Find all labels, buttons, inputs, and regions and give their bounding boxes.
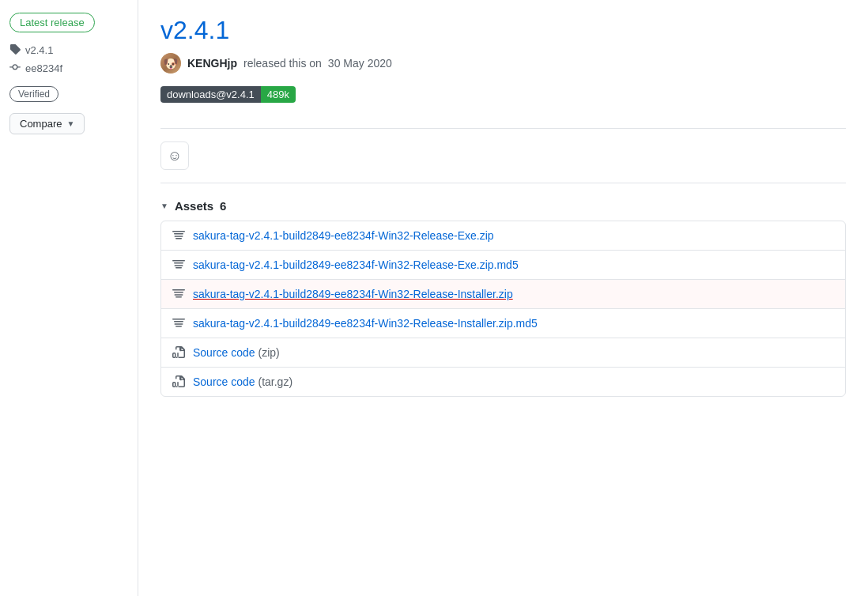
commit-value: ee8234f: [25, 62, 62, 74]
chevron-down-icon: ▼: [66, 119, 74, 128]
asset-item-highlighted: sakura-tag-v2.4.1-build2849-ee8234f-Win3…: [161, 280, 845, 309]
source-code-targz-link[interactable]: Source code (tar.gz): [193, 375, 292, 388]
assets-count: 6: [220, 199, 226, 213]
compare-button[interactable]: Compare ▼: [9, 113, 85, 134]
archive-icon: [172, 229, 185, 242]
divider-top: [160, 128, 846, 129]
assets-header[interactable]: ▼ Assets 6: [160, 199, 846, 213]
compare-label: Compare: [20, 118, 62, 130]
assets-section: ▼ Assets 6 sakura-tag-v2.4.1-build2849-e…: [160, 199, 846, 397]
archive-icon: [172, 258, 185, 271]
archive-icon: [172, 317, 185, 330]
emoji-reaction-button[interactable]: ☺: [160, 141, 189, 170]
archive-icon: [172, 288, 185, 300]
tag-icon: [9, 43, 21, 57]
verified-badge[interactable]: Verified: [9, 86, 58, 102]
commit-icon: [9, 62, 21, 75]
commit-item[interactable]: ee8234f: [9, 62, 128, 75]
tag-value: v2.4.1: [25, 44, 53, 56]
collapse-triangle-icon: ▼: [160, 202, 168, 210]
sidebar: Latest release v2.4.1 ee8234f Veri: [0, 0, 138, 596]
asset-link[interactable]: sakura-tag-v2.4.1-build2849-ee8234f-Win3…: [193, 229, 494, 242]
asset-item: sakura-tag-v2.4.1-build2849-ee8234f-Win3…: [161, 309, 845, 338]
asset-link[interactable]: sakura-tag-v2.4.1-build2849-ee8234f-Win3…: [193, 258, 519, 271]
sidebar-meta: v2.4.1 ee8234f: [9, 43, 128, 75]
assets-list: sakura-tag-v2.4.1-build2849-ee8234f-Win3…: [160, 221, 846, 397]
latest-release-badge[interactable]: Latest release: [9, 13, 95, 32]
downloads-badge: downloads@v2.4.1 489k: [160, 86, 296, 103]
release-text: released this on: [243, 57, 322, 70]
asset-link[interactable]: sakura-tag-v2.4.1-build2849-ee8234f-Win3…: [193, 317, 538, 330]
release-date: 30 May 2020: [328, 57, 392, 70]
author-link[interactable]: KENGHjp: [187, 57, 237, 70]
source-code-zip-link[interactable]: Source code (zip): [193, 346, 280, 359]
source-code-icon: [172, 346, 185, 359]
asset-item: sakura-tag-v2.4.1-build2849-ee8234f-Win3…: [161, 221, 845, 251]
avatar: 🐶: [160, 53, 181, 74]
main-content: v2.4.1 🐶 KENGHjp released this on 30 May…: [138, 0, 868, 596]
divider-bottom: [160, 183, 846, 183]
downloads-count: 489k: [261, 86, 296, 103]
assets-title: Assets: [175, 199, 213, 213]
release-meta: 🐶 KENGHjp released this on 30 May 2020: [160, 53, 846, 74]
source-code-item: Source code (zip): [161, 338, 845, 368]
asset-link-highlighted[interactable]: sakura-tag-v2.4.1-build2849-ee8234f-Win3…: [193, 288, 513, 300]
downloads-label: downloads@v2.4.1: [160, 86, 261, 103]
avatar-image: 🐶: [160, 53, 181, 74]
source-code-icon: [172, 375, 185, 388]
source-code-targz-item: Source code (tar.gz): [161, 368, 845, 396]
release-title[interactable]: v2.4.1: [160, 16, 846, 45]
tag-item[interactable]: v2.4.1: [9, 43, 128, 57]
asset-item: sakura-tag-v2.4.1-build2849-ee8234f-Win3…: [161, 251, 845, 280]
